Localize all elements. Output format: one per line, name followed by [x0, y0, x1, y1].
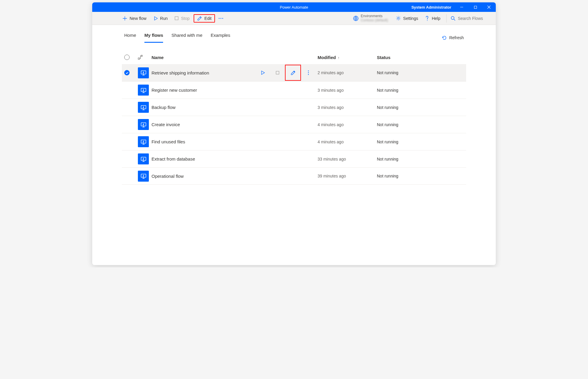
flow-name[interactable]: Operational flow: [152, 174, 184, 179]
table-header: Name Modified↑ Status: [122, 53, 466, 64]
table-row[interactable]: Backup flow3 minutes agoNot running: [122, 99, 466, 116]
svg-line-14: [454, 19, 455, 20]
row-edit-button[interactable]: [285, 65, 301, 81]
tab-examples[interactable]: Examples: [211, 33, 230, 43]
more-menu-button[interactable]: [216, 16, 226, 21]
column-name[interactable]: Name: [152, 55, 318, 60]
command-bar: New flow Run Stop Edit: [92, 12, 496, 25]
svg-rect-1: [474, 6, 477, 8]
table-row[interactable]: Retrieve shipping information2 minutes a…: [122, 64, 466, 81]
column-modified[interactable]: Modified↑: [318, 55, 377, 60]
svg-point-22: [308, 71, 309, 72]
type-column-icon[interactable]: [138, 55, 152, 60]
flow-modified: 39 minutes ago: [318, 174, 377, 178]
settings-button[interactable]: Settings: [393, 14, 421, 23]
svg-rect-31: [141, 123, 146, 126]
table-row[interactable]: Find unused files4 minutes agoNot runnin…: [122, 133, 466, 150]
desktop-flow-icon: [138, 67, 149, 78]
svg-rect-25: [141, 88, 146, 91]
row-select[interactable]: [124, 70, 138, 75]
column-status[interactable]: Status: [377, 55, 436, 60]
flow-modified: 33 minutes ago: [318, 157, 377, 161]
svg-rect-40: [141, 174, 146, 177]
desktop-flow-icon: [138, 119, 149, 130]
flow-name[interactable]: Extract from database: [152, 156, 195, 161]
flow-type-icon: [138, 102, 152, 113]
flow-type-icon: [138, 67, 152, 78]
edit-button[interactable]: Edit: [194, 14, 215, 23]
search-icon: [451, 16, 455, 21]
flow-name[interactable]: Backup flow: [152, 105, 176, 110]
environment-name: Contoso (default): [361, 18, 388, 22]
environments-label: Environments: [361, 14, 388, 18]
app-title: Power Automate: [280, 5, 308, 9]
row-stop-button: [270, 67, 285, 79]
svg-marker-20: [262, 71, 264, 74]
settings-label: Settings: [403, 16, 418, 21]
refresh-button[interactable]: Refresh: [442, 35, 464, 40]
table-row[interactable]: Extract from database33 minutes agoNot r…: [122, 150, 466, 167]
refresh-label: Refresh: [449, 35, 464, 40]
svg-point-11: [397, 18, 399, 19]
flows-table: Name Modified↑ Status Retrieve shipping …: [92, 43, 496, 185]
edit-label: Edit: [204, 16, 211, 21]
row-more-button[interactable]: [301, 67, 316, 79]
row-actions: [255, 65, 316, 81]
app-body: Home My flows Shared with me Examples Re…: [92, 25, 496, 265]
window-controls: [455, 2, 496, 12]
desktop-flow-icon: [138, 171, 149, 182]
svg-marker-6: [154, 17, 157, 20]
flow-type-icon: [138, 171, 152, 182]
svg-rect-15: [138, 58, 140, 59]
select-all[interactable]: [124, 55, 138, 60]
maximize-button[interactable]: [469, 2, 482, 12]
search-flows[interactable]: [446, 14, 493, 23]
stop-label: Stop: [181, 16, 189, 21]
svg-point-23: [308, 72, 309, 73]
flow-name[interactable]: Retrieve shipping information: [152, 70, 209, 75]
table-row[interactable]: Operational flow39 minutes agoNot runnin…: [122, 167, 466, 185]
close-button[interactable]: [482, 2, 496, 12]
new-flow-button[interactable]: New flow: [119, 14, 149, 23]
flow-name[interactable]: Find unused files: [152, 139, 185, 144]
titlebar: Power Automate System Administrator: [92, 2, 496, 12]
flow-status: Not running: [377, 157, 436, 161]
table-row[interactable]: Register new customer3 minutes agoNot ru…: [122, 81, 466, 99]
svg-rect-7: [175, 17, 178, 20]
desktop-flow-icon: [138, 153, 149, 164]
tab-home[interactable]: Home: [124, 33, 136, 43]
table-row[interactable]: Create invoice4 minutes agoNot running: [122, 116, 466, 133]
flow-modified: 3 minutes ago: [318, 105, 377, 110]
question-icon: [425, 16, 429, 21]
help-button[interactable]: Help: [422, 14, 443, 23]
flow-status: Not running: [377, 105, 436, 110]
svg-point-13: [451, 16, 454, 19]
tab-shared[interactable]: Shared with me: [171, 33, 202, 43]
flow-name[interactable]: Create invoice: [152, 122, 180, 127]
tab-my-flows[interactable]: My flows: [144, 33, 163, 43]
run-button[interactable]: Run: [151, 14, 171, 23]
row-run-button[interactable]: [255, 67, 270, 79]
flow-modified: 4 minutes ago: [318, 139, 377, 144]
svg-rect-34: [141, 140, 146, 143]
stop-icon: [175, 16, 179, 20]
play-icon: [154, 16, 158, 20]
flow-status: Not running: [377, 70, 436, 75]
svg-point-8: [219, 18, 220, 19]
tabs-row: Home My flows Shared with me Examples Re…: [92, 25, 496, 43]
flow-name[interactable]: Register new customer: [152, 88, 197, 93]
minimize-button[interactable]: [455, 2, 469, 12]
svg-rect-16: [141, 55, 142, 56]
search-input[interactable]: [458, 16, 490, 21]
stop-button: Stop: [172, 14, 192, 23]
svg-rect-17: [141, 71, 146, 74]
user-name[interactable]: System Administrator: [411, 5, 455, 9]
gear-icon: [396, 16, 401, 21]
svg-rect-37: [141, 157, 146, 160]
flow-type-icon: [138, 136, 152, 147]
flow-status: Not running: [377, 139, 436, 144]
flow-status: Not running: [377, 88, 436, 93]
flow-type-icon: [138, 119, 152, 130]
app-window: Power Automate System Administrator New …: [92, 2, 496, 265]
environment-selector[interactable]: Environments Contoso (default): [350, 14, 392, 22]
